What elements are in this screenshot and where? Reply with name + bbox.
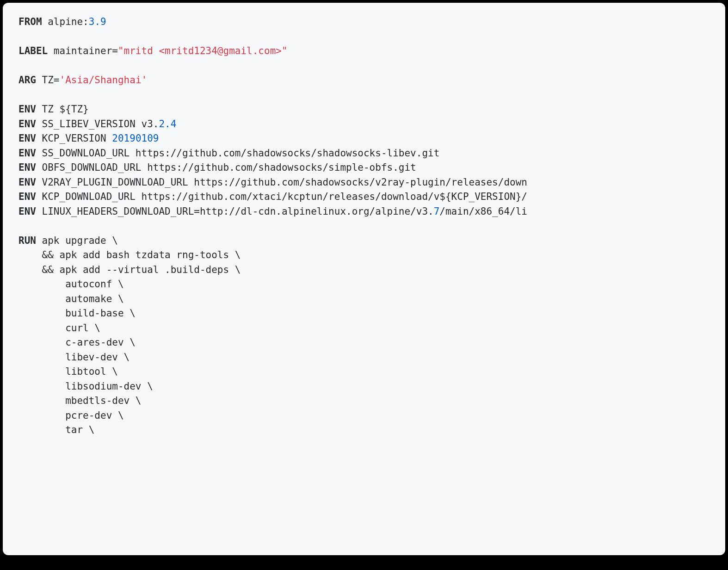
- keyword-env: ENV: [19, 162, 36, 173]
- keyword-from: FROM: [19, 16, 42, 27]
- code-card: FROM alpine:3.9 LABEL maintainer="mritd …: [3, 3, 725, 555]
- text: && apk add bash tzdata rng-tools \: [19, 249, 241, 260]
- keyword-label: LABEL: [19, 45, 48, 56]
- dockerfile-code[interactable]: FROM alpine:3.9 LABEL maintainer="mritd …: [19, 15, 709, 438]
- text: TZ=: [36, 74, 60, 86]
- keyword-env: ENV: [19, 133, 36, 144]
- number: 7: [434, 206, 440, 217]
- keyword-env: ENV: [19, 118, 36, 130]
- text: KCP_VERSION: [36, 133, 112, 144]
- text: maintainer=: [48, 45, 118, 56]
- keyword-env: ENV: [19, 104, 36, 115]
- text: libsodium-dev \: [19, 381, 153, 392]
- keyword-arg: ARG: [19, 74, 36, 86]
- text: apk upgrade \: [36, 235, 118, 246]
- keyword-run: RUN: [19, 235, 36, 246]
- text: libtool \: [19, 366, 118, 377]
- text: SS_LIBEV_VERSION v3.: [36, 118, 159, 130]
- text: && apk add --virtual .build-deps \: [19, 264, 241, 275]
- text: V2RAY_PLUGIN_DOWNLOAD_URL https://github…: [36, 177, 527, 188]
- text: mbedtls-dev \: [19, 395, 142, 406]
- text: build-base \: [19, 308, 136, 319]
- keyword-env: ENV: [19, 191, 36, 202]
- string: 'Asia/Shanghai': [60, 74, 148, 86]
- number: 2.4: [159, 118, 176, 130]
- text: OBFS_DOWNLOAD_URL https://github.com/sha…: [36, 162, 416, 173]
- keyword-env: ENV: [19, 206, 36, 217]
- text: c-ares-dev \: [19, 337, 136, 348]
- string: "mritd <mritd1234@gmail.com>": [118, 45, 288, 56]
- text: TZ ${TZ}: [36, 104, 89, 115]
- text: pcre-dev \: [19, 410, 124, 421]
- text: tar \: [19, 424, 94, 435]
- text: /main/x86_64/li: [439, 206, 527, 217]
- text: alpine:: [42, 16, 89, 27]
- keyword-env: ENV: [19, 177, 36, 188]
- text: automake \: [19, 293, 124, 304]
- text: autoconf \: [19, 279, 124, 290]
- text: KCP_DOWNLOAD_URL https://github.com/xtac…: [36, 191, 527, 202]
- text: curl \: [19, 322, 100, 334]
- text: libev-dev \: [19, 352, 130, 363]
- number: 3.9: [89, 16, 106, 27]
- number: 20190109: [112, 133, 159, 144]
- text: SS_DOWNLOAD_URL https://github.com/shado…: [36, 148, 439, 159]
- keyword-env: ENV: [19, 148, 36, 159]
- text: LINUX_HEADERS_DOWNLOAD_URL=http://dl-cdn…: [36, 206, 434, 217]
